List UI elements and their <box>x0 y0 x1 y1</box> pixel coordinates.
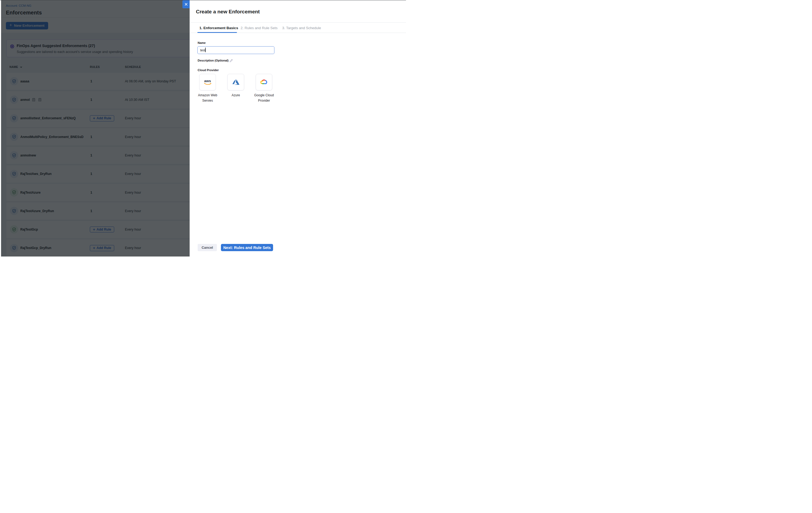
svg-text:aws: aws <box>204 79 211 83</box>
